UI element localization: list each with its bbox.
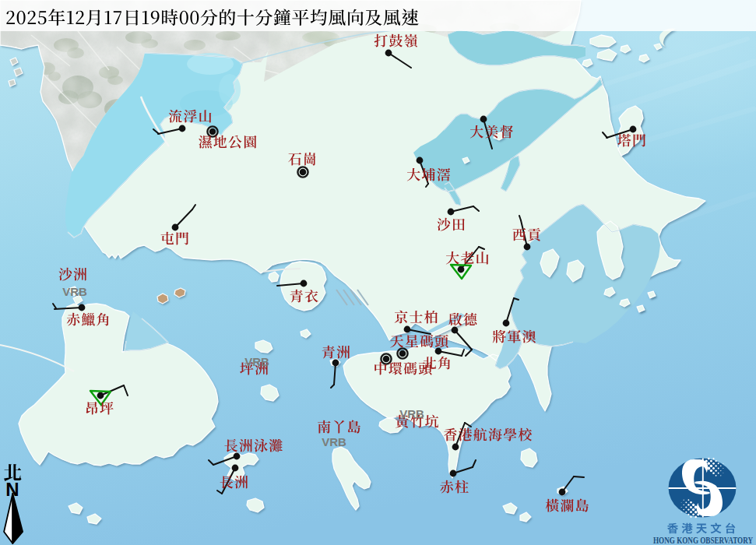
svg-text:VRB: VRB xyxy=(322,435,346,448)
svg-text:VRB: VRB xyxy=(399,407,424,420)
svg-text:HONG KONG OBSERVATORY: HONG KONG OBSERVATORY xyxy=(653,535,753,545)
svg-text:VRB: VRB xyxy=(244,355,269,368)
svg-text:VRB: VRB xyxy=(62,285,87,298)
